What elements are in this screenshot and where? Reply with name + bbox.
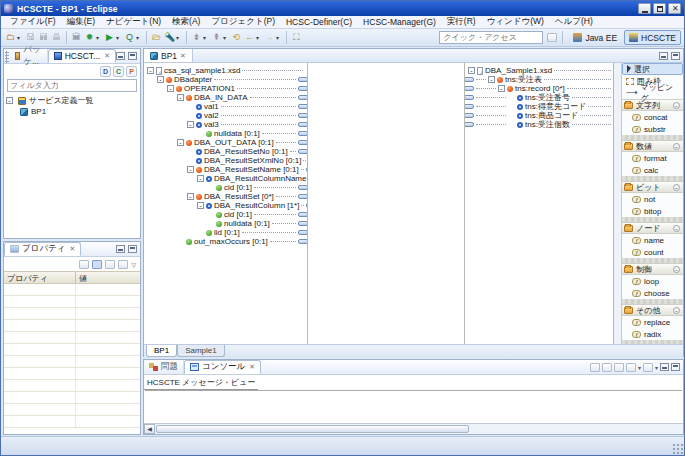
collapse-group-icon[interactable]: -	[673, 266, 680, 273]
scrollbar-thumb[interactable]	[156, 425, 469, 433]
mapping-handle[interactable]	[298, 122, 308, 127]
editor-vertical-scrollbar[interactable]	[614, 63, 622, 344]
scroll-lock-icon[interactable]	[602, 363, 612, 372]
palette-item-bitop[interactable]: fbitop	[622, 205, 683, 217]
minimize-button[interactable]	[638, 3, 651, 14]
menu-item-8[interactable]: ウィンドウ(W)	[482, 15, 549, 29]
tab-properties[interactable]: プロパティ ✕	[4, 242, 81, 256]
tree-node[interactable]: out_maxOccurs [0:1]	[144, 237, 307, 246]
palette-item-count[interactable]: fcount	[622, 246, 683, 258]
close-tab-icon[interactable]: ✕	[70, 245, 76, 253]
scroll-left-icon[interactable]: ◀	[144, 424, 155, 434]
clear-console-icon[interactable]	[590, 363, 600, 372]
palette-item-substr[interactable]: fsubstr	[622, 123, 683, 135]
forward-icon[interactable]: →	[263, 31, 276, 44]
palette-tool-select[interactable]: 選択	[622, 63, 683, 75]
table-row[interactable]	[4, 356, 140, 368]
mapping-handle[interactable]	[298, 221, 308, 226]
minimize-view-icon[interactable]	[116, 52, 125, 60]
tree-node[interactable]: tns:受注個数	[465, 120, 613, 129]
palette-item-radix[interactable]: fradix	[622, 328, 683, 340]
mapping-handle[interactable]	[298, 95, 308, 100]
link-editor-icon[interactable]: ⛶	[290, 31, 303, 44]
definer-tool-icon-3[interactable]: P	[126, 66, 137, 77]
close-tab-icon[interactable]: ✕	[180, 52, 186, 60]
mapping-handle[interactable]	[298, 239, 308, 244]
tab-package-explorer[interactable]: パッケ...	[10, 49, 48, 63]
open-console-dropdown-icon[interactable]: ▾	[655, 364, 658, 371]
display-console-dropdown-icon[interactable]: ▾	[638, 364, 641, 371]
resize-grip[interactable]	[672, 443, 683, 454]
view-menu-icon[interactable]: ▽	[131, 261, 136, 268]
close-tab-icon[interactable]: ✕	[104, 52, 110, 60]
mapping-handle[interactable]	[465, 86, 474, 91]
console-horizontal-scrollbar[interactable]: ◀	[144, 423, 683, 434]
collapse-icon[interactable]: -	[187, 121, 194, 128]
tree-mode-icon[interactable]	[92, 260, 102, 269]
palette-item-concat[interactable]: fconcat	[622, 111, 683, 123]
menu-item-0[interactable]: ファイル(F)	[5, 15, 61, 29]
tree-node[interactable]: DBA_ResultSetXmlNo [0:1]	[144, 156, 307, 165]
table-row[interactable]	[4, 404, 140, 416]
menu-item-6[interactable]: HCSC-Manager(G)	[358, 16, 441, 28]
palette-group-5[interactable]: その他-	[622, 304, 683, 316]
collapse-icon[interactable]: -	[177, 139, 184, 146]
table-row[interactable]	[4, 284, 140, 296]
mapping-handle[interactable]	[298, 185, 308, 190]
tree-node[interactable]: -csa_sql_sample1.xsd	[144, 66, 307, 75]
minimize-view-icon[interactable]	[659, 52, 668, 60]
palette-tool-mapping[interactable]: ⟶ マッピング	[622, 87, 683, 99]
tree-node[interactable]: -DBA_ResultColumnName [1*]	[144, 174, 307, 183]
tree-node[interactable]: cid [0:1]	[144, 210, 307, 219]
collapse-group-icon[interactable]: -	[673, 102, 680, 109]
mapping-area[interactable]	[308, 63, 465, 344]
collapse-group-icon[interactable]: -	[673, 143, 680, 150]
menu-item-7[interactable]: 実行(R)	[442, 15, 481, 29]
quick-access-input[interactable]	[439, 31, 543, 44]
perspective-hcscte[interactable]: HCSCTE	[624, 30, 681, 45]
debug-icon[interactable]: ✹	[83, 31, 96, 44]
minimize-view-icon[interactable]	[116, 245, 125, 253]
search-icon[interactable]: 🔦	[163, 31, 176, 44]
tree-node[interactable]: val2	[144, 111, 307, 120]
pin-icon[interactable]	[79, 260, 89, 269]
collapse-group-icon[interactable]: -	[673, 225, 680, 232]
menu-item-1[interactable]: 編集(E)	[62, 15, 100, 29]
palette-item-name[interactable]: fname	[622, 234, 683, 246]
filter-icon[interactable]	[105, 260, 115, 269]
mapping-handle[interactable]	[298, 149, 308, 154]
mapping-handle[interactable]	[298, 77, 308, 82]
tree-node[interactable]: -DBA_ResultSet [0*]	[144, 192, 307, 201]
collapse-icon[interactable]: -	[177, 94, 184, 101]
table-row[interactable]	[4, 320, 140, 332]
mapping-handle[interactable]	[465, 95, 474, 100]
palette-item-format[interactable]: fformat	[622, 152, 683, 164]
definer-tool-icon-1[interactable]: D	[100, 66, 111, 77]
collapse-icon[interactable]: -	[187, 193, 194, 200]
column-property[interactable]: プロパティ	[4, 272, 76, 283]
tree-node[interactable]: -DBadapter	[144, 75, 307, 84]
pin-console-icon[interactable]	[614, 363, 624, 372]
mapping-handle[interactable]	[298, 104, 308, 109]
column-value[interactable]: 値	[76, 272, 140, 283]
tree-node[interactable]: nulldata [0:1]	[144, 129, 307, 138]
mapping-handle[interactable]	[298, 86, 308, 91]
tab-bp1-editor[interactable]: BP1 ✕	[144, 49, 193, 62]
perspective-java-ee[interactable]: Java EE	[568, 30, 622, 45]
new-wizard-icon[interactable]: 🗀	[4, 31, 17, 44]
collapse-icon[interactable]: -	[488, 76, 495, 83]
mapping-handle[interactable]	[465, 122, 474, 127]
palette-item-not[interactable]: fnot	[622, 193, 683, 205]
console-output[interactable]: HCSCTE メッセージ・ビュー ◀	[144, 375, 683, 434]
collapse-icon[interactable]: -	[498, 85, 505, 92]
palette-group-3[interactable]: ノード-	[622, 222, 683, 234]
open-type-icon[interactable]: 🗁	[150, 31, 163, 44]
back-icon[interactable]: ←	[243, 31, 256, 44]
collapse-icon[interactable]: -	[468, 67, 475, 74]
palette-item-choose[interactable]: fchoose	[622, 287, 683, 299]
run-history-icon[interactable]: Q	[123, 31, 136, 44]
tree-node[interactable]: -DBA_ResultSetName [0:1]	[144, 165, 307, 174]
menu-item-4[interactable]: プロジェクト(P)	[206, 15, 280, 29]
palette-group-1[interactable]: 数値-	[622, 140, 683, 152]
minimize-view-icon[interactable]	[660, 363, 669, 371]
